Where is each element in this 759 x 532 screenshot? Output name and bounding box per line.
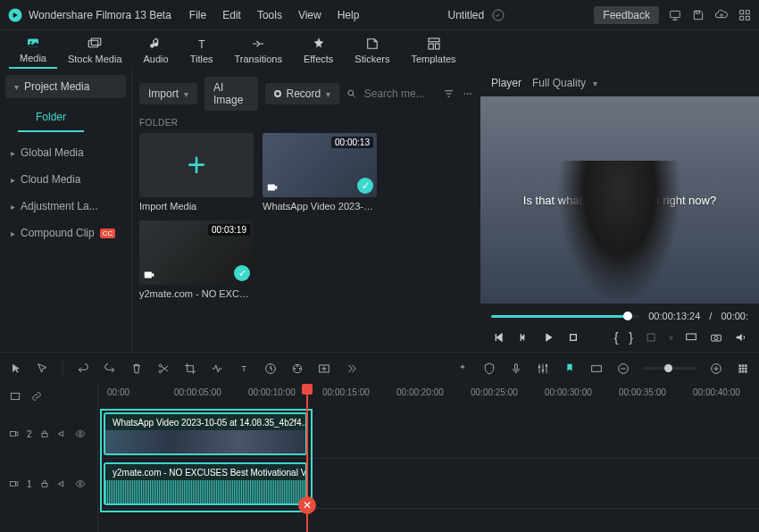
duration-badge: 00:03:19	[208, 224, 250, 236]
undo-icon[interactable]	[76, 362, 90, 376]
step-back-icon[interactable]	[516, 330, 530, 345]
zoom-in-icon[interactable]	[709, 362, 723, 376]
tab-media[interactable]: Media	[9, 31, 57, 69]
tree-global-media[interactable]: ▸Global Media	[0, 139, 131, 166]
mute-icon[interactable]	[57, 428, 68, 439]
media-item-whatsapp[interactable]: 00:00:13✓ WhatsApp Video 2023-10-05...	[263, 133, 377, 212]
desktop-icon[interactable]	[668, 8, 682, 22]
link-icon[interactable]	[30, 390, 43, 403]
speed-icon[interactable]	[210, 362, 224, 376]
mixer-icon[interactable]	[536, 362, 550, 376]
eye-icon[interactable]	[75, 428, 86, 439]
trash-icon[interactable]	[129, 362, 144, 376]
cloud-upload-icon[interactable]	[714, 8, 729, 22]
menu-view[interactable]: View	[298, 9, 321, 21]
cursor-icon[interactable]	[9, 362, 23, 376]
timeline-tracks-area[interactable]: 00:00 00:00:05:00 00:00:10:00 00:00:15:0…	[98, 384, 759, 532]
svg-rect-22	[571, 335, 577, 341]
grid-icon[interactable]	[738, 8, 752, 22]
track-2[interactable]: WhatsApp Video 2023-10-05 at 14.08.35_4b…	[98, 409, 759, 459]
playhead-handle[interactable]	[302, 384, 313, 395]
feedback-button[interactable]: Feedback	[594, 6, 659, 24]
shield-icon[interactable]	[482, 362, 496, 376]
clip-y2mate[interactable]: y2mate.com - NO EXCUSES Best Motivationa…	[104, 462, 307, 505]
progress-thumb[interactable]	[623, 312, 632, 320]
tab-transitions[interactable]: Transitions	[224, 32, 293, 68]
view-options-icon[interactable]	[736, 362, 750, 376]
stop-icon[interactable]	[566, 330, 580, 345]
mark-out-icon[interactable]: }	[629, 330, 633, 345]
marker-icon[interactable]	[563, 362, 577, 376]
svg-rect-43	[738, 364, 741, 367]
import-media-tile[interactable]: + Import Media	[139, 133, 254, 212]
volume-icon[interactable]	[734, 330, 748, 345]
tab-stickers[interactable]: Stickers	[344, 32, 400, 68]
svg-text:T: T	[198, 38, 205, 51]
tree-adjustment-layer[interactable]: ▸Adjustment La...	[0, 193, 131, 220]
snapshot-icon[interactable]	[709, 330, 723, 345]
zoom-out-icon[interactable]	[616, 362, 630, 376]
more-icon[interactable]	[462, 87, 473, 101]
zoom-thumb[interactable]	[664, 364, 672, 372]
menu-tools[interactable]: Tools	[257, 9, 282, 21]
search-input[interactable]	[364, 87, 436, 100]
save-icon[interactable]	[691, 8, 705, 22]
crop-tool-icon[interactable]	[183, 362, 197, 376]
play-icon[interactable]	[541, 330, 555, 345]
tab-stock-media[interactable]: Stock Media	[57, 32, 133, 68]
track-head-2[interactable]: 2	[0, 409, 97, 459]
timeline-options-icon[interactable]	[9, 390, 21, 403]
tree-cloud-media[interactable]: ▸Cloud Media	[0, 166, 131, 193]
lock-icon[interactable]	[39, 428, 50, 439]
progress-bar[interactable]	[491, 315, 639, 318]
timeline-ruler[interactable]: 00:00 00:00:05:00 00:00:10:00 00:00:15:0…	[98, 384, 759, 409]
zoom-slider[interactable]	[643, 367, 696, 370]
sparkle-icon[interactable]	[455, 362, 470, 376]
folder-tab[interactable]: Folder	[18, 104, 84, 132]
tab-titles[interactable]: T Titles	[179, 32, 224, 68]
prev-frame-icon[interactable]	[491, 330, 505, 345]
text-icon[interactable]: T	[237, 362, 251, 376]
track-1[interactable]: y2mate.com - NO EXCUSES Best Motivationa…	[98, 459, 759, 509]
track-head-1[interactable]: 1	[0, 459, 97, 509]
import-dropdown[interactable]: Import▾	[139, 83, 197, 104]
menu-help[interactable]: Help	[338, 9, 360, 21]
ai-image-button[interactable]: AI Image	[204, 77, 257, 111]
clip-whatsapp[interactable]: WhatsApp Video 2023-10-05 at 14.08.35_4b…	[104, 412, 307, 455]
menu-edit[interactable]: Edit	[222, 9, 241, 21]
playhead[interactable]: ✕	[306, 384, 308, 532]
mute-icon[interactable]	[57, 478, 68, 489]
tab-templates[interactable]: Templates	[400, 32, 466, 68]
quality-dropdown[interactable]: Full Quality▾	[532, 77, 597, 89]
record-dropdown[interactable]: Record▾	[265, 83, 340, 104]
redo-icon[interactable]	[103, 362, 117, 376]
search-icon[interactable]	[346, 87, 357, 100]
mark-in-icon[interactable]: {	[614, 330, 619, 345]
lock-icon[interactable]	[39, 478, 50, 489]
keyframe-icon[interactable]	[317, 362, 331, 376]
folder-section-label: FOLDER	[139, 118, 473, 128]
media-item-y2mate[interactable]: 00:03:19✓ y2mate.com - NO EXCUSES ...	[139, 220, 254, 299]
menu-file[interactable]: File	[189, 9, 206, 21]
color-icon[interactable]	[290, 362, 304, 376]
filter-icon[interactable]	[443, 87, 455, 101]
tree-compound-clip[interactable]: ▸Compound ClipCC	[0, 220, 131, 246]
thumbnail-icon[interactable]	[589, 362, 604, 376]
project-media-header[interactable]: ▾ Project Media	[5, 75, 126, 98]
video-preview[interactable]: Is that what's stopping you right now?	[480, 96, 759, 303]
crop-icon[interactable]	[644, 330, 658, 345]
app-title: Wondershare Filmora 13 Beta	[29, 9, 171, 21]
tab-audio[interactable]: Audio	[133, 32, 179, 68]
chevron-down-icon[interactable]: ▾	[669, 333, 673, 343]
playhead-end-marker[interactable]: ✕	[298, 496, 316, 514]
tab-effects[interactable]: Effects	[293, 32, 344, 68]
more-tools-icon[interactable]	[344, 362, 358, 376]
eye-icon[interactable]	[75, 478, 86, 489]
mic-icon[interactable]	[509, 362, 523, 376]
document-title: Untitled	[448, 9, 485, 21]
cloud-sync-icon[interactable]	[491, 8, 505, 22]
cut-icon[interactable]	[156, 362, 171, 376]
select-icon[interactable]	[36, 362, 50, 376]
display-icon[interactable]	[684, 330, 698, 345]
speed-ramp-icon[interactable]	[263, 362, 278, 376]
